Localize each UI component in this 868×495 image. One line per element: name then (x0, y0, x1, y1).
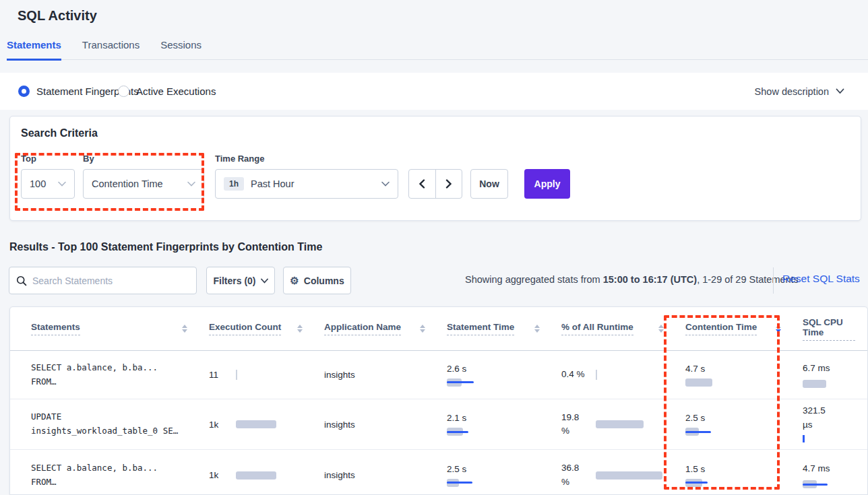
sort-icon-active-desc (770, 325, 781, 333)
execution-count-bar (236, 370, 237, 380)
tab-statements[interactable]: Statements (7, 38, 61, 61)
column-header-statements[interactable]: Statements (10, 322, 199, 335)
statement-cell[interactable]: SELECT a.balance, b.ba... FROM… (10, 461, 199, 489)
execution-count-cell: 1k (199, 420, 315, 430)
contention-time-bar (685, 479, 784, 487)
column-header-statement-time[interactable]: Statement Time (437, 322, 552, 335)
by-select[interactable]: Contention Time (83, 169, 204, 199)
top-label: Top (21, 154, 36, 164)
execution-count-bar (236, 420, 276, 428)
execution-count-cell: 11 (199, 370, 315, 380)
table-header-row: Statements Execution Count Application N… (10, 307, 867, 351)
execution-count-value: 1k (209, 420, 236, 430)
column-header-sql-cpu-time[interactable]: SQL CPU Time (793, 317, 867, 341)
by-label: By (83, 154, 94, 164)
pct-runtime-cell: 36.8 % (552, 461, 676, 489)
pct-runtime-bar (596, 370, 597, 380)
sort-icon (529, 325, 540, 333)
contention-time-cell: 1.5 s (676, 464, 793, 487)
sort-icon (292, 325, 303, 333)
results-heading: Results - Top 100 Statement Fingerprints… (9, 241, 322, 253)
sql-activity-page: SQL Activity Statements Transactions Ses… (0, 0, 868, 495)
radio-unselected-icon (118, 86, 129, 97)
gear-icon: ⚙ (290, 275, 299, 286)
filters-button[interactable]: Filters (0) (206, 267, 275, 294)
statement-time-cell: 2.1 s (437, 413, 552, 436)
next-time-button[interactable] (436, 170, 462, 198)
chevron-down-icon (187, 181, 195, 187)
table-row: SELECT a.balance, b.ba... FROM… 11 insig… (10, 351, 867, 399)
view-toggle-bar: Statement Fingerprints Active Executions… (0, 73, 868, 110)
column-header-contention-time[interactable]: Contention Time (676, 322, 793, 335)
sql-cpu-time-bar (803, 480, 858, 488)
top-select[interactable]: 100 (21, 169, 75, 199)
statement-time-cell: 2.5 s (437, 464, 552, 487)
show-description-toggle[interactable]: Show description (755, 73, 844, 110)
page-title: SQL Activity (18, 8, 97, 24)
contention-time-bar (685, 428, 784, 436)
chevron-down-icon (261, 278, 268, 284)
prev-time-button[interactable] (409, 170, 436, 198)
pct-runtime-bar (596, 471, 662, 480)
execution-count-cell: 1k (199, 470, 315, 480)
pct-runtime-cell: 0.4 % (552, 368, 676, 381)
pct-runtime-cell: 19.8 % (552, 411, 676, 438)
statement-time-cell: 2.6 s (437, 364, 552, 387)
time-shift-buttons (408, 169, 462, 199)
application-name-cell: insights (315, 420, 437, 430)
search-criteria-heading: Search Criteria (21, 127, 98, 139)
radio-selected-icon (18, 86, 30, 97)
chevron-down-icon (58, 181, 66, 187)
time-range-label: Time Range (215, 154, 264, 164)
application-name-cell: insights (315, 370, 437, 380)
execution-count-value: 1k (209, 470, 236, 480)
execution-count-value: 11 (209, 370, 236, 380)
apply-button[interactable]: Apply (524, 169, 570, 199)
tab-bar: Statements Transactions Sessions (7, 38, 868, 60)
radio-active-executions[interactable]: Active Executions (118, 73, 216, 110)
sql-cpu-time-cell: 4.7 ms (793, 462, 867, 488)
columns-button[interactable]: ⚙ Columns (283, 267, 351, 294)
application-name-cell: insights (315, 470, 437, 480)
statements-table: Statements Execution Count Application N… (9, 306, 868, 495)
table-row: SELECT a.balance, b.ba... FROM… 1k insig… (10, 450, 867, 495)
showing-stats-text: Showing aggregated stats from 15:00 to 1… (465, 274, 799, 285)
now-button[interactable]: Now (470, 169, 508, 199)
sql-cpu-time-bar (803, 380, 858, 388)
execution-count-bar (236, 471, 276, 480)
search-icon (16, 275, 27, 286)
chevron-down-icon (381, 181, 390, 187)
tab-transactions[interactable]: Transactions (82, 38, 140, 59)
sql-cpu-time-bar (803, 434, 858, 444)
search-criteria-panel: Search Criteria Top By Time Range 100 Co… (9, 116, 861, 221)
contention-time-cell: 2.5 s (676, 413, 793, 436)
column-header-execution-count[interactable]: Execution Count (199, 322, 315, 335)
sort-icon (414, 325, 425, 333)
statement-cell[interactable]: SELECT a.balance, b.ba... FROM… (10, 361, 199, 389)
time-range-select[interactable]: 1h Past Hour (215, 169, 398, 199)
chevron-right-icon (445, 179, 452, 189)
search-input[interactable] (32, 275, 189, 286)
table-row: UPDATE insights_workload_table_0 SE… 1k … (10, 399, 867, 450)
sql-cpu-time-cell: 6.7 ms (793, 362, 867, 388)
sql-cpu-time-cell: 321.5 µs (793, 404, 867, 444)
statement-time-bar (447, 479, 542, 487)
tab-sessions[interactable]: Sessions (160, 38, 202, 59)
search-statements-box (9, 267, 197, 294)
sort-icon (177, 325, 187, 333)
statement-time-bar (447, 428, 542, 436)
time-range-badge: 1h (224, 177, 244, 191)
pct-runtime-bar (596, 420, 644, 428)
reset-sql-stats-link[interactable]: Reset SQL Stats (782, 273, 860, 285)
column-header-application-name[interactable]: Application Name (315, 322, 437, 335)
chevron-left-icon (418, 179, 425, 189)
statement-time-bar (447, 378, 542, 387)
sort-icon (653, 325, 664, 333)
column-header-pct-runtime[interactable]: % of All Runtime (552, 322, 676, 335)
contention-time-bar (685, 378, 784, 387)
chevron-down-icon (836, 88, 844, 94)
statement-cell[interactable]: UPDATE insights_workload_table_0 SE… (10, 410, 199, 438)
divider (773, 267, 774, 294)
contention-time-cell: 4.7 s (676, 364, 793, 387)
